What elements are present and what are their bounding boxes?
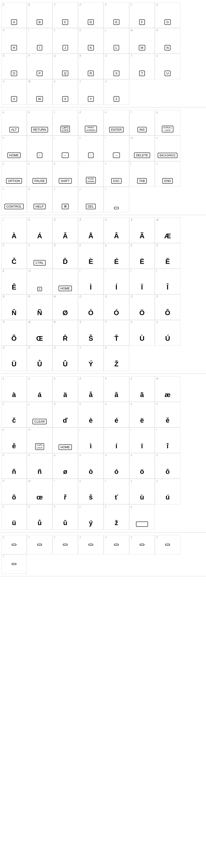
key-H[interactable]: H [11,45,17,51]
key-T[interactable]: T [139,70,145,76]
key-return[interactable]: RETURN [31,127,48,132]
key-home3[interactable]: HOME [59,444,72,450]
char-e-acute[interactable]: é [114,416,118,424]
char-t-caron[interactable]: ť [115,493,118,501]
char-o-acute[interactable]: ó [114,468,118,475]
key-L[interactable]: L [113,45,119,51]
char-N-tilde[interactable]: Ñ [37,309,42,317]
char-U-grave[interactable]: Ù [140,335,144,342]
key-printscreen[interactable]: PRINTSCREEN [85,126,97,132]
char-u-acute[interactable]: ú [165,493,170,501]
key-C[interactable]: C [62,19,68,25]
key-num-0[interactable] [11,544,16,546]
key-cmd[interactable]: ⌘ [62,204,69,209]
key-X[interactable]: X [62,96,68,102]
char-d-caron[interactable]: ď [63,416,68,424]
key-num-7[interactable] [11,563,16,565]
char-OE[interactable]: Œ [36,335,43,342]
key-down-arrow[interactable]: ↓ [88,153,94,158]
char-U-acute[interactable]: Ú [165,335,170,342]
char-O-circ[interactable]: Ô [165,309,170,317]
key-help[interactable]: HELP [34,204,46,209]
char-E-uml[interactable]: Ë [140,258,144,266]
char-I-uml[interactable]: Ï [141,283,143,291]
key-O[interactable]: O [11,70,17,76]
key-F[interactable]: F [139,19,145,25]
char-oe[interactable]: œ [36,493,43,501]
key-up-arrow[interactable]: ↑ [37,153,42,158]
char-E-acute[interactable]: É [114,258,119,266]
char-e-grave[interactable]: è [89,416,93,424]
key-U[interactable]: U [165,70,171,76]
key-end[interactable]: END [162,178,173,184]
char-n-tilde[interactable]: ñ [37,468,41,475]
key-B[interactable]: B [37,19,43,25]
key-S[interactable]: S [113,70,119,76]
key-capslock[interactable]: CAPSLOCK [60,126,70,132]
key-D[interactable]: D [88,19,94,25]
small-rectangle[interactable] [136,522,148,527]
char-I-circ[interactable]: Î [167,283,169,291]
char-T-caron[interactable]: Ť [114,335,118,342]
char-ae[interactable]: æ [165,391,171,399]
char-U-uml[interactable]: Ü [11,360,16,368]
key-clear[interactable]: CLEAR [32,419,46,424]
char-a-circ[interactable]: â [114,391,118,399]
key-left-arrow[interactable]: ← [62,153,69,158]
key-ctrl[interactable]: CTRL [34,260,46,266]
char-o-stroke[interactable]: ø [63,468,67,475]
key-apple[interactable] [114,207,119,209]
char-a-uml[interactable]: ä [63,391,67,399]
key-scrolllock[interactable]: SCROLLLOCK [162,126,173,132]
char-U-ring[interactable]: Ů [37,360,42,368]
char-o-grave[interactable]: ò [89,468,93,475]
char-i-uml[interactable]: ï [141,442,143,450]
char-O-stroke[interactable]: Ø [63,309,68,317]
char-A-tilde[interactable]: Ã [140,232,144,240]
key-W[interactable]: W [36,96,43,102]
char-i-grave[interactable]: ì [90,442,92,450]
key-pagedown[interactable]: PAGEDOWN [86,177,96,184]
char-o-uml[interactable]: ö [140,468,144,475]
char-O-acute[interactable]: Ó [114,309,119,317]
key-E[interactable]: E [113,19,119,25]
char-U-circ[interactable]: Û [63,360,68,368]
key-R[interactable]: R [88,70,94,76]
key-G[interactable]: G [165,19,171,25]
char-S-caron[interactable]: Š [89,335,93,342]
char-u-circ[interactable]: û [63,519,67,527]
key-del[interactable]: DEL [86,204,96,209]
key-A[interactable]: A [11,19,17,25]
char-A-ring[interactable]: Å [89,232,93,240]
char-N-caron[interactable]: Ň [11,309,16,317]
char-a-acute[interactable]: á [38,391,41,399]
char-A-breve[interactable]: Ă [63,232,68,240]
char-Y-acute[interactable]: Ý [89,360,93,368]
key-capslock-sm[interactable]: CAPSLOCK [35,443,44,450]
key-enter[interactable]: ENTER [109,127,124,132]
char-e-caron[interactable]: ě [166,416,170,424]
char-O-uml[interactable]: Ö [139,309,145,317]
key-num-3[interactable] [89,544,93,546]
key-home2[interactable]: HOME [59,286,72,291]
key-backspace[interactable]: BACKSPACE [158,153,177,158]
key-home[interactable]: HOME [7,153,21,158]
key-control[interactable]: CONTROL [4,204,24,209]
char-y-acute[interactable]: ý [89,519,93,527]
char-E-caron[interactable]: Ě [165,258,170,266]
key-J[interactable]: J [63,45,68,51]
char-I-acute[interactable]: Í [115,283,117,291]
char-o-circ[interactable]: ô [165,468,170,475]
char-O-grave[interactable]: Ò [88,309,94,317]
key-pause[interactable]: PAUSE [32,178,46,184]
key-alt[interactable]: ALT [9,127,19,132]
char-z-caron[interactable]: ž [115,519,118,527]
key-shift[interactable]: SHIFT [59,178,72,184]
key-Q[interactable]: Q [62,70,68,76]
char-A-grave[interactable]: À [11,232,16,240]
char-u-grave[interactable]: ù [140,493,144,501]
key-N[interactable]: N [165,45,171,51]
char-a-grave[interactable]: à [12,391,16,399]
char-u-ring[interactable]: ů [37,519,41,527]
char-n-caron[interactable]: ň [12,468,16,475]
